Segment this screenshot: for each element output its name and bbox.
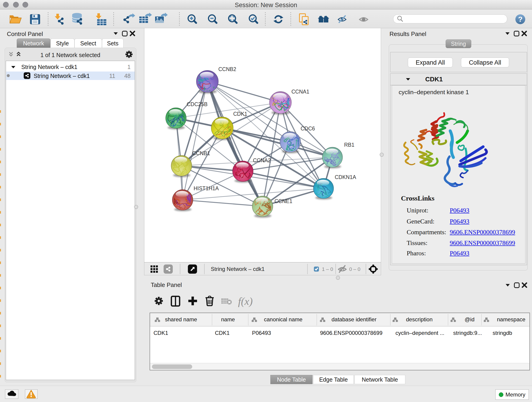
svg-text:CDC6: CDC6 <box>301 126 315 132</box>
svg-text:CCNE1: CCNE1 <box>274 198 292 204</box>
svg-text:f(x): f(x) <box>238 295 253 307</box>
svg-text:HIST1H1A: HIST1H1A <box>194 185 219 191</box>
svg-text:CCNB1: CCNB1 <box>192 150 210 156</box>
svg-text:CCNA1: CCNA1 <box>291 89 309 95</box>
svg-text:CDK1: CDK1 <box>233 111 247 117</box>
svg-text:?: ? <box>518 15 523 23</box>
svg-text:CDKN1A: CDKN1A <box>335 174 356 180</box>
svg-text:CCNA2: CCNA2 <box>253 157 271 163</box>
svg-text:RB1: RB1 <box>344 142 355 148</box>
svg-text:CDC25B: CDC25B <box>187 101 208 107</box>
svg-text:CCNB2: CCNB2 <box>218 66 236 72</box>
